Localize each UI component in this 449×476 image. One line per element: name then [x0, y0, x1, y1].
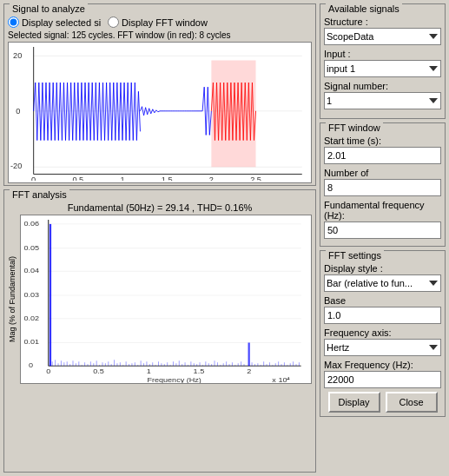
input-select[interactable]: input 1 — [324, 60, 441, 77]
display-fft-window-radio[interactable]: Display FFT window — [108, 17, 208, 28]
display-style-select[interactable]: Bar (relative to fun... — [324, 274, 441, 292]
structure-label: Structure : — [324, 17, 441, 27]
signal-number-label: Signal number: — [324, 81, 441, 91]
svg-text:0.01: 0.01 — [23, 338, 39, 346]
frequency-axis-select[interactable]: Hertz — [324, 339, 441, 356]
svg-text:0.02: 0.02 — [23, 314, 39, 321]
frequency-axis-label: Frequency axis: — [324, 327, 441, 338]
svg-text:0: 0 — [16, 107, 20, 116]
fft-settings-section: FFT settings Display style : Bar (relati… — [320, 250, 446, 417]
svg-text:2.5: 2.5 — [250, 175, 261, 181]
svg-text:0.03: 0.03 — [23, 291, 39, 299]
fundamental-freq-input[interactable] — [324, 221, 441, 239]
svg-text:20: 20 — [13, 51, 22, 60]
available-signals-section: Available signals Structure : ScopeData … — [320, 3, 446, 119]
fft-chart: 0.06 0.05 0.04 0.03 0.02 0.01 0 — [20, 215, 312, 384]
fft-analysis-section: FFT analysis Fundamental (50Hz) = 29.14 … — [3, 189, 316, 473]
fft-subtitle: Fundamental (50Hz) = 29.14 , THD= 0.16% — [8, 202, 312, 213]
available-signals-title: Available signals — [326, 3, 402, 14]
display-selected-radio[interactable]: Display selected si — [8, 17, 101, 28]
svg-text:0.06: 0.06 — [23, 219, 39, 227]
display-fft-window-label: Display FFT window — [122, 17, 208, 28]
signal-info: Selected signal: 125 cycles. FFT window … — [8, 30, 312, 40]
fft-window-section: FFT window Start time (s): Number of Fun… — [320, 122, 446, 247]
fft-window-title: FFT window — [326, 122, 383, 133]
input-label: Input : — [324, 49, 441, 59]
number-of-label: Number of — [324, 168, 441, 178]
fft-settings-title: FFT settings — [326, 250, 384, 261]
svg-text:0: 0 — [29, 361, 33, 369]
signal-section: Signal to analyze Display selected si Di… — [3, 3, 316, 186]
base-label: Base — [324, 295, 441, 306]
svg-text:1.5: 1.5 — [194, 367, 205, 375]
svg-text:2: 2 — [209, 175, 214, 181]
close-button[interactable]: Close — [386, 392, 438, 413]
max-frequency-label: Max Frequency (Hz): — [324, 360, 441, 370]
svg-rect-17 — [21, 215, 311, 383]
svg-text:-20: -20 — [10, 162, 22, 170]
signal-chart: 20 0 -20 0 0.5 1 1.5 2 2.5 — [9, 43, 311, 181]
svg-text:0: 0 — [46, 367, 50, 375]
structure-select[interactable]: ScopeData — [324, 28, 441, 45]
svg-text:0.5: 0.5 — [72, 175, 83, 181]
svg-text:1.5: 1.5 — [162, 175, 173, 181]
svg-text:0.05: 0.05 — [23, 243, 39, 251]
svg-text:x 10⁴: x 10⁴ — [272, 376, 290, 383]
fundamental-freq-label: Fundamental frequency (Hz): — [324, 200, 441, 221]
display-selected-label: Display selected si — [22, 17, 101, 28]
display-button[interactable]: Display — [328, 392, 380, 413]
signal-number-select[interactable]: 1 — [324, 92, 441, 109]
svg-text:1: 1 — [120, 175, 124, 181]
fft-analysis-title: FFT analysis — [10, 189, 69, 200]
svg-text:1: 1 — [147, 367, 151, 375]
max-frequency-input[interactable] — [324, 371, 441, 388]
start-time-label: Start time (s): — [324, 136, 441, 146]
number-of-input[interactable] — [324, 179, 441, 196]
fft-y-axis-label: Mag (% of Fundamental) — [8, 215, 20, 384]
fft-chart-svg: 0.06 0.05 0.04 0.03 0.02 0.01 0 — [21, 215, 311, 383]
display-style-label: Display style : — [324, 263, 441, 274]
signal-chart-area: 20 0 -20 0 0.5 1 1.5 2 2.5 — [8, 42, 312, 183]
svg-text:0: 0 — [31, 175, 36, 181]
start-time-input[interactable] — [324, 147, 441, 164]
signal-section-title: Signal to analyze — [10, 3, 88, 14]
svg-text:0.5: 0.5 — [93, 367, 104, 375]
svg-rect-40 — [50, 224, 51, 366]
svg-text:0.04: 0.04 — [23, 267, 39, 274]
svg-text:Frequency (Hz): Frequency (Hz) — [147, 376, 201, 383]
base-input[interactable] — [324, 307, 441, 324]
svg-text:2: 2 — [247, 367, 251, 375]
